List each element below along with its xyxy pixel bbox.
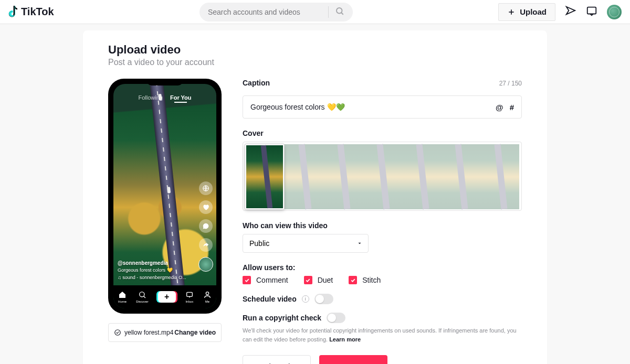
discard-button[interactable]: Discard <box>243 355 311 364</box>
header-actions: Upload <box>498 3 622 21</box>
phone-preview: Following For You @sonnenbergmedia <box>108 79 222 314</box>
inbox-icon[interactable] <box>586 5 597 19</box>
upload-card: Upload video Post a video to your accoun… <box>83 30 547 364</box>
cover-label: Cover <box>243 129 522 137</box>
home-icon <box>118 291 127 299</box>
preview-side-dock <box>198 181 213 272</box>
allow-comment-checkbox[interactable]: Comment <box>243 276 288 284</box>
cover-frame[interactable] <box>284 144 323 209</box>
svg-point-10 <box>115 330 121 336</box>
info-icon[interactable]: i <box>302 295 309 303</box>
cover-frame-selected[interactable] <box>245 144 284 209</box>
checkbox-checked-icon <box>349 276 357 284</box>
file-name: yellow forest.mp4 <box>124 329 173 336</box>
send-icon[interactable] <box>565 5 576 19</box>
svg-rect-4 <box>587 7 596 14</box>
search-icon[interactable] <box>335 6 344 18</box>
preview-bottom-nav: Home Discover + Inbox Me <box>113 285 216 308</box>
avatar[interactable] <box>607 5 622 19</box>
search-divider <box>328 6 329 18</box>
form-column: Caption 27 / 150 Gorgeous forest colors … <box>243 79 522 364</box>
heart-icon <box>199 200 213 214</box>
brand-text: TikTok <box>21 6 54 18</box>
user-icon <box>203 291 212 299</box>
nav-discover: Discover <box>136 291 148 303</box>
nav-home: Home <box>118 291 127 303</box>
nav-create: + <box>158 291 176 303</box>
comment-icon <box>199 219 213 233</box>
page-subtitle: Post a video to your account <box>108 58 522 67</box>
copyright-toggle[interactable] <box>327 313 345 323</box>
share-icon <box>199 238 213 252</box>
tiktok-logo[interactable]: TikTok <box>8 6 54 18</box>
nav-me: Me <box>203 291 212 303</box>
sound-avatar-icon <box>198 257 213 272</box>
cover-frame[interactable] <box>402 144 441 209</box>
page-title: Upload video <box>108 43 522 57</box>
search-box[interactable] <box>200 3 353 22</box>
cover-frame[interactable] <box>480 144 519 209</box>
preview-sound: ♫ sound - sonnenbergmedia O... <box>118 274 195 282</box>
visibility-label: Who can view this video <box>243 221 522 230</box>
inbox-nav-icon <box>185 291 194 299</box>
allow-duet-checkbox[interactable]: Duet <box>304 276 333 284</box>
globe-icon <box>199 181 213 195</box>
cover-selector[interactable] <box>243 142 522 211</box>
visibility-select[interactable]: Public <box>243 234 369 253</box>
svg-point-9 <box>206 292 208 295</box>
schedule-toggle[interactable] <box>314 294 333 304</box>
change-video-button[interactable]: Change video <box>174 329 216 336</box>
mention-button[interactable]: @ <box>496 103 503 112</box>
svg-rect-8 <box>186 292 192 296</box>
learn-more-link[interactable]: Learn more <box>329 336 361 342</box>
file-row: yellow forest.mp4 Change video <box>108 323 222 342</box>
caption-text: Gorgeous forest colors 💛💚 <box>250 103 496 111</box>
tiktok-note-icon <box>8 6 20 18</box>
upload-button[interactable]: Upload <box>498 3 555 21</box>
svg-line-1 <box>341 13 343 15</box>
app-header: TikTok Upload <box>0 0 630 24</box>
preview-tab-foryou: For You <box>170 94 192 101</box>
cover-frame[interactable] <box>362 144 402 209</box>
caption-label: Caption <box>243 79 270 87</box>
checkbox-checked-icon <box>243 276 251 284</box>
allow-label: Allow users to: <box>243 263 522 272</box>
preview-caption: Gorgeous forest colors 💛 <box>118 267 195 274</box>
page-body: Upload video Post a video to your accoun… <box>0 24 630 364</box>
preview-tab-following: Following <box>138 94 162 101</box>
nav-inbox: Inbox <box>185 291 194 303</box>
search-icon <box>138 291 146 299</box>
cover-frame[interactable] <box>441 144 480 209</box>
preview-username: @sonnenbergmedia <box>118 259 195 267</box>
copyright-helper: We'll check your video for potential cop… <box>243 326 522 344</box>
upload-button-label: Upload <box>520 7 547 16</box>
checkbox-checked-icon <box>304 276 312 284</box>
svg-point-0 <box>337 8 342 14</box>
svg-point-6 <box>140 292 144 297</box>
caption-char-count: 27 / 150 <box>499 80 522 87</box>
search-container <box>54 3 499 22</box>
allow-stitch-checkbox[interactable]: Stitch <box>349 276 381 284</box>
preview-column: Following For You @sonnenbergmedia <box>108 79 222 364</box>
plus-icon <box>507 8 516 16</box>
copyright-label: Run a copyright check <box>243 314 321 322</box>
caption-input[interactable]: Gorgeous forest colors 💛💚 @ # <box>243 95 522 119</box>
preview-meta: @sonnenbergmedia Gorgeous forest colors … <box>118 259 195 281</box>
phone-screen: Following For You @sonnenbergmedia <box>113 84 216 308</box>
cover-frame[interactable] <box>323 144 363 209</box>
svg-line-7 <box>144 296 145 298</box>
post-button[interactable]: Post <box>319 355 387 364</box>
search-input[interactable] <box>208 8 325 16</box>
hashtag-button[interactable]: # <box>510 103 514 112</box>
preview-tabs: Following For You <box>113 94 216 101</box>
check-circle-icon <box>114 329 121 336</box>
schedule-label: Schedule video <box>243 295 297 303</box>
